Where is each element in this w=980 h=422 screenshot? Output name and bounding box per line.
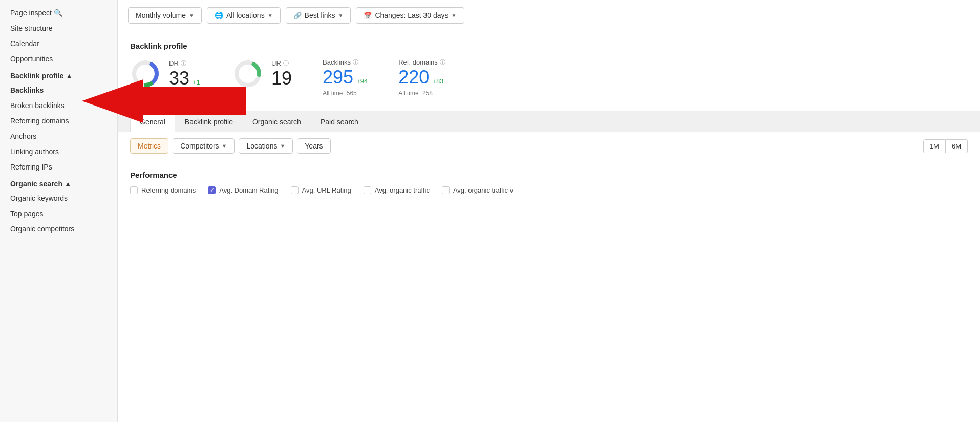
time-1m-button[interactable]: 1M <box>923 139 946 153</box>
sidebar-item-top-pages[interactable]: Top pages <box>0 206 117 221</box>
checkbox-box-referring-domains <box>130 186 138 194</box>
changes-button[interactable]: 📅 Changes: Last 30 days ▼ <box>356 7 464 24</box>
backlinks-delta: +94 <box>356 77 368 85</box>
locations-button[interactable]: Locations ▼ <box>239 138 293 154</box>
monthly-volume-button[interactable]: Monthly volume ▼ <box>128 7 202 24</box>
chevron-down-icon: ▼ <box>189 13 194 18</box>
tabs-row: General Backlink profile Organic search … <box>118 111 980 132</box>
sidebar-item-referring-domains[interactable]: Referring domains <box>0 113 117 129</box>
sidebar-item-page-inspect[interactable]: Page inspect 🔍 <box>0 5 117 20</box>
checkbox-box-avg-organic-traffic <box>364 186 371 194</box>
ur-info-icon: ⓘ <box>283 59 289 67</box>
dr-info-icon: ⓘ <box>181 59 186 67</box>
ref-domains-delta: +83 <box>432 77 443 85</box>
chevron-down-icon: ▼ <box>338 13 343 18</box>
checkbox-avg-organic-traffic[interactable]: Avg. organic traffic <box>364 186 430 194</box>
checkbox-avg-domain-rating[interactable]: Avg. Domain Rating <box>208 186 278 194</box>
backlinks-value-row: 295 +94 <box>323 67 368 88</box>
backlinks-metric: Backlinks ⓘ 295 +94 All time 565 <box>323 58 368 97</box>
years-button[interactable]: Years <box>297 138 330 154</box>
chevron-down-icon: ▼ <box>222 143 227 149</box>
backlink-profile-section: Backlink profile DR ⓘ <box>118 31 980 111</box>
sidebar-section-organic-search[interactable]: Organic search ▲ <box>0 175 117 191</box>
ur-donut-row: UR ⓘ 19 <box>232 58 292 89</box>
chevron-down-icon: ▼ <box>452 13 457 18</box>
sidebar-section-backlink-profile[interactable]: Backlink profile ▲ <box>0 67 117 82</box>
backlink-profile-title: Backlink profile <box>130 41 968 50</box>
ref-domains-alltime: All time 258 <box>398 90 445 97</box>
ref-domains-metric: Ref. domains ⓘ 220 +83 All time 258 <box>398 58 445 97</box>
all-locations-button[interactable]: 🌐 All locations ▼ <box>207 7 281 24</box>
sidebar-item-organic-competitors[interactable]: Organic competitors <box>0 221 117 237</box>
sidebar: Page inspect 🔍 Site structure Calendar O… <box>0 0 118 422</box>
checkbox-avg-organic-traffic-v[interactable]: Avg. organic traffic v <box>442 186 513 194</box>
dr-value-row: 33 +1 <box>169 68 200 89</box>
performance-checkboxes: Referring domains Avg. Domain Rating Avg… <box>130 186 968 194</box>
calendar-icon: 📅 <box>364 12 372 19</box>
ref-domains-info-icon: ⓘ <box>440 58 445 66</box>
ur-value-row: 19 <box>271 68 292 89</box>
ref-domains-label: Ref. domains ⓘ <box>398 58 445 66</box>
checkbox-box-avg-domain-rating <box>208 186 216 194</box>
ref-domains-value: 220 <box>398 67 429 88</box>
chevron-down-icon: ▼ <box>268 13 273 18</box>
performance-section: Performance Referring domains Avg. Domai… <box>118 160 980 204</box>
dr-donut-chart <box>130 58 161 89</box>
metrics-row: DR ⓘ 33 +1 AR 3,349,940 ▲365,628 <box>130 58 968 98</box>
best-links-button[interactable]: 🔗 Best links ▼ <box>286 7 351 24</box>
chevron-down-icon: ▼ <box>280 143 285 149</box>
ur-metric: UR ⓘ 19 <box>232 58 292 89</box>
dr-donut-row: DR ⓘ 33 +1 <box>130 58 200 89</box>
sidebar-item-linking-authors[interactable]: Linking authors <box>0 144 117 159</box>
sidebar-item-referring-ips[interactable]: Referring IPs <box>0 159 117 175</box>
ur-value-group: UR ⓘ 19 <box>271 59 292 89</box>
checkbox-referring-domains[interactable]: Referring domains <box>130 186 196 194</box>
dr-value: 33 <box>169 68 189 89</box>
top-toolbar: Monthly volume ▼ 🌐 All locations ▼ 🔗 Bes… <box>118 0 980 31</box>
link-icon: 🔗 <box>293 12 302 19</box>
main-content: Monthly volume ▼ 🌐 All locations ▼ 🔗 Bes… <box>118 0 980 422</box>
backlinks-label: Backlinks ⓘ <box>323 58 368 66</box>
dr-label: DR ⓘ <box>169 59 200 67</box>
tab-organic-search[interactable]: Organic search <box>243 111 311 132</box>
tab-backlink-profile[interactable]: Backlink profile <box>175 111 243 132</box>
checkbox-box-avg-organic-traffic-v <box>442 186 450 194</box>
checkbox-box-avg-url-rating <box>291 186 299 194</box>
sidebar-item-organic-keywords[interactable]: Organic keywords <box>0 191 117 206</box>
ref-domains-value-row: 220 +83 <box>398 67 445 88</box>
sidebar-item-broken-backlinks[interactable]: Broken backlinks <box>0 98 117 113</box>
dr-ar-subtext: AR 3,349,940 ▲365,628 <box>130 91 202 98</box>
sub-toolbar: Metrics Competitors ▼ Locations ▼ Years … <box>118 132 980 160</box>
time-range-buttons: 1M 6M <box>923 139 968 153</box>
dr-delta: +1 <box>193 78 200 86</box>
performance-title: Performance <box>130 171 968 179</box>
sidebar-item-calendar[interactable]: Calendar <box>0 36 117 51</box>
tab-paid-search[interactable]: Paid search <box>311 111 368 132</box>
sidebar-item-anchors[interactable]: Anchors <box>0 129 117 144</box>
sidebar-item-site-structure[interactable]: Site structure <box>0 20 117 36</box>
competitors-button[interactable]: Competitors ▼ <box>173 138 235 154</box>
globe-icon: 🌐 <box>215 11 223 19</box>
dr-value-group: DR ⓘ 33 +1 <box>169 59 200 89</box>
ur-donut-chart <box>232 58 263 89</box>
sidebar-item-backlinks[interactable]: Backlinks <box>0 82 117 98</box>
ur-label: UR ⓘ <box>271 59 292 67</box>
backlinks-alltime: All time 565 <box>323 90 368 97</box>
metrics-button[interactable]: Metrics <box>130 138 168 154</box>
checkbox-avg-url-rating[interactable]: Avg. URL Rating <box>291 186 351 194</box>
time-6m-button[interactable]: 6M <box>946 139 968 153</box>
backlinks-info-icon: ⓘ <box>353 58 358 66</box>
ur-value: 19 <box>271 68 292 89</box>
sidebar-item-opportunities[interactable]: Opportunities <box>0 51 117 67</box>
backlinks-value: 295 <box>323 67 353 88</box>
tab-general[interactable]: General <box>130 111 175 132</box>
dr-metric: DR ⓘ 33 +1 AR 3,349,940 ▲365,628 <box>130 58 202 98</box>
